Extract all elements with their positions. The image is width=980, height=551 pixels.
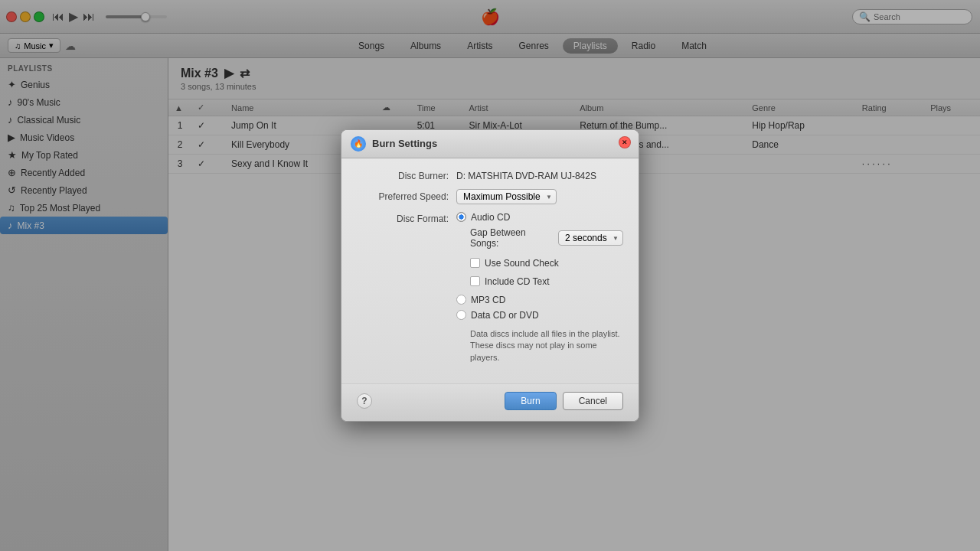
mp3-cd-label: MP3 CD [471, 295, 505, 305]
info-line1: Data discs include all files in the play… [470, 329, 620, 338]
disc-format-label: Disc Format: [357, 212, 456, 224]
use-sound-check-checkbox[interactable] [470, 258, 480, 268]
disc-burner-row: Disc Burner: D: MATSHITA DVD-RAM UJ-842S [357, 171, 623, 181]
use-sound-check-label: Use Sound Check [485, 258, 559, 269]
audio-cd-label: Audio CD [471, 212, 510, 223]
burn-settings-dialog: 🔥 Burn Settings ✕ Disc Burner: D: MATSHI… [341, 129, 639, 422]
audio-cd-radio[interactable] [456, 212, 466, 222]
cancel-button[interactable]: Cancel [563, 392, 623, 410]
data-cd-radio[interactable] [456, 310, 466, 320]
audio-cd-option[interactable]: Audio CD [456, 212, 623, 223]
info-text: Data discs include all files in the play… [470, 328, 623, 364]
data-cd-option[interactable]: Data CD or DVD [456, 310, 623, 321]
gap-select[interactable]: none 1 second 2 seconds 3 seconds 4 seco… [558, 230, 623, 246]
modal-close-button[interactable]: ✕ [619, 136, 631, 148]
gap-select-wrapper: none 1 second 2 seconds 3 seconds 4 seco… [558, 230, 623, 246]
modal-title-bar: 🔥 Burn Settings ✕ [341, 130, 639, 158]
preferred-speed-row: Preferred Speed: Maximum Possible 1x 2x … [357, 189, 623, 204]
disc-burner-value: D: MATSHITA DVD-RAM UJ-842S [456, 171, 596, 181]
include-cd-text-checkbox[interactable] [470, 276, 480, 286]
data-cd-label: Data CD or DVD [471, 310, 539, 321]
info-line2: These discs may not play in some players… [470, 341, 597, 361]
preferred-speed-select-wrapper: Maximum Possible 1x 2x 4x 8x [456, 189, 557, 204]
modal-body: Disc Burner: D: MATSHITA DVD-RAM UJ-842S… [341, 158, 639, 383]
include-cd-text-label: Include CD Text [485, 276, 550, 287]
disc-format-row: Disc Format: Audio CD Gap Between Songs:… [357, 212, 623, 364]
disc-format-options: Audio CD Gap Between Songs: none 1 secon… [456, 212, 623, 364]
modal-overlay: 🔥 Burn Settings ✕ Disc Burner: D: MATSHI… [0, 0, 980, 551]
burn-icon: 🔥 [351, 136, 366, 152]
use-sound-check-row[interactable]: Use Sound Check [470, 258, 623, 269]
preferred-speed-select[interactable]: Maximum Possible 1x 2x 4x 8x [456, 189, 557, 204]
modal-footer: ? Burn Cancel [341, 383, 639, 421]
preferred-speed-label: Preferred Speed: [357, 191, 456, 202]
close-icon: ✕ [622, 139, 628, 146]
gap-label: Gap Between Songs: [470, 227, 554, 249]
gap-between-songs-row: Gap Between Songs: none 1 second 2 secon… [470, 227, 623, 249]
mp3-cd-option[interactable]: MP3 CD [456, 295, 623, 305]
disc-burner-label: Disc Burner: [357, 171, 456, 181]
burn-button[interactable]: Burn [505, 392, 556, 410]
modal-title: Burn Settings [372, 138, 437, 149]
help-button[interactable]: ? [357, 393, 372, 409]
mp3-cd-radio[interactable] [456, 295, 466, 305]
include-cd-text-row[interactable]: Include CD Text [470, 276, 623, 287]
